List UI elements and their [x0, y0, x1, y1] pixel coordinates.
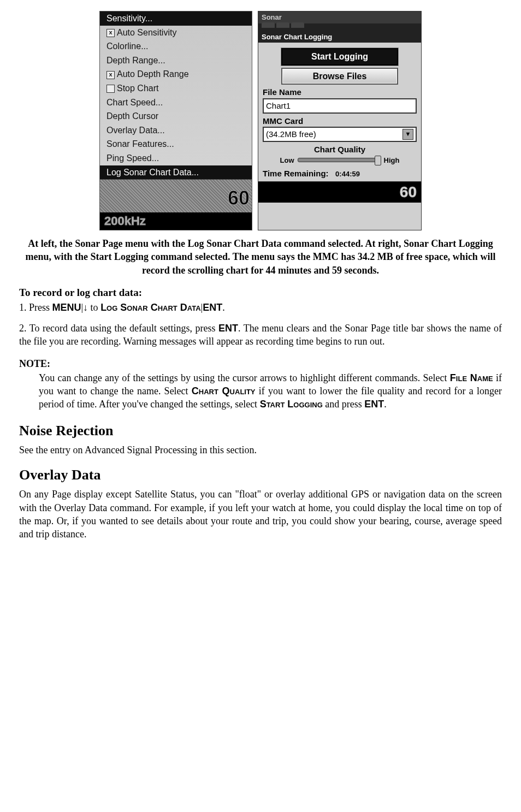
slider-thumb[interactable]: [375, 156, 381, 165]
step-2: 2. To record data using the default sett…: [19, 322, 502, 348]
text: You can change any of the settings by us…: [39, 372, 450, 383]
menu-label: Colorline...: [106, 42, 148, 51]
overlay-paragraph: On any Page display except Satellite Sta…: [19, 488, 502, 541]
menu-label: Ping Speed...: [106, 153, 159, 163]
figure-caption: At left, the Sonar Page menu with the Lo…: [19, 237, 502, 277]
text: and press: [323, 399, 364, 410]
text: 2. To record data using the default sett…: [19, 323, 218, 334]
dialog-subtitle: Sonar Chart Logging: [258, 31, 421, 43]
menu-item-log-sonar-chart-data[interactable]: Log Sonar Chart Data...: [100, 165, 252, 180]
step-1: 1. Press MENU|↓ to Log Sonar Chart Data|…: [19, 301, 502, 314]
file-name-label: File Name: [263, 87, 417, 98]
file-name-input[interactable]: Chart1: [263, 98, 417, 114]
frequency-label: 200kHz: [104, 213, 146, 229]
noise-paragraph: See the entry on Advanced Signal Process…: [19, 443, 502, 457]
menu-item-auto-depth-range[interactable]: xAuto Depth Range: [100, 67, 252, 81]
checkbox-icon: x: [106, 71, 115, 79]
menu-label: Auto Sensitivity: [117, 28, 176, 37]
menu-item-ping-speed[interactable]: Ping Speed...: [100, 151, 252, 165]
cmd-log-sonar-chart-data: Log Sonar Chart Data: [100, 302, 200, 313]
menu-label: Stop Chart: [117, 84, 158, 93]
note-body: You can change any of the settings by us…: [39, 371, 502, 411]
menu-item-colorline[interactable]: Colorline...: [100, 39, 252, 54]
menu-item-depth-range[interactable]: Depth Range...: [100, 54, 252, 68]
time-value: 0:44:59: [335, 170, 360, 178]
menu-label: Sonar Features...: [106, 139, 174, 149]
text: |↓ to: [81, 302, 101, 313]
tab-strip: [258, 23, 421, 31]
menu-footer: 200kHz: [100, 212, 252, 230]
heading-noise-rejection: Noise Rejection: [19, 421, 502, 440]
menu-item-depth-cursor[interactable]: Depth Cursor: [100, 109, 252, 123]
depth-readout: 60: [228, 185, 250, 212]
start-logging-button[interactable]: Start Logging: [281, 48, 398, 66]
mmc-card-label: MMC Card: [263, 116, 417, 127]
slider-low-label: Low: [280, 156, 294, 165]
key-menu: MENU: [52, 302, 81, 313]
slider-track[interactable]: [298, 158, 381, 162]
menu-label: Overlay Data...: [106, 126, 165, 135]
menu-item-overlay-data[interactable]: Overlay Data...: [100, 123, 252, 138]
menu-label: Auto Depth Range: [117, 69, 189, 79]
menu-item-stop-chart[interactable]: Stop Chart: [100, 81, 252, 96]
chart-quality-slider[interactable]: Low High: [263, 156, 417, 165]
chart-quality-label: Chart Quality: [263, 144, 417, 155]
text: 1. Press: [19, 302, 52, 313]
dialog-title: Sonar: [258, 11, 421, 23]
sonar-texture: 60: [100, 179, 252, 212]
cmd-chart-quality: Chart Quality: [192, 386, 256, 396]
menu-label: Depth Range...: [106, 56, 165, 65]
mmc-card-value: (34.2MB free): [266, 129, 316, 140]
time-label: Time Remaining:: [263, 169, 329, 178]
key-ent: ENT: [203, 302, 222, 313]
mmc-card-select[interactable]: (34.2MB free) ▼: [263, 127, 417, 142]
key-ent: ENT: [364, 399, 384, 410]
text: .: [222, 302, 225, 313]
menu-label: Log Sonar Chart Data...: [106, 168, 199, 177]
checkbox-icon: x: [106, 29, 115, 37]
sonar-chart-logging-dialog: Sonar Sonar Chart Logging Start Logging …: [258, 11, 422, 230]
screenshot-pair: Sensitivity... xAuto Sensitivity Colorli…: [19, 11, 502, 230]
note-heading: NOTE:: [19, 357, 502, 370]
sonar-page-menu: Sensitivity... xAuto Sensitivity Colorli…: [99, 11, 252, 230]
cmd-file-name: File Name: [450, 372, 493, 383]
procedure-heading: To record or log chart data:: [19, 286, 502, 300]
menu-item-chart-speed[interactable]: Chart Speed...: [100, 96, 252, 110]
key-ent: ENT: [218, 323, 238, 334]
heading-overlay-data: Overlay Data: [19, 465, 502, 484]
menu-label: Chart Speed...: [106, 98, 163, 107]
time-remaining: Time Remaining: 0:44:59: [263, 168, 417, 179]
chevron-down-icon: ▼: [402, 129, 413, 140]
menu-item-sensitivity[interactable]: Sensitivity...: [100, 11, 252, 26]
menu-item-sonar-features[interactable]: Sonar Features...: [100, 137, 252, 151]
menu-item-auto-sensitivity[interactable]: xAuto Sensitivity: [100, 26, 252, 40]
checkbox-icon: [106, 85, 115, 93]
browse-files-button[interactable]: Browse Files: [281, 68, 398, 85]
menu-label: Sensitivity...: [106, 14, 152, 23]
dialog-footer: 60: [258, 181, 421, 203]
menu-label: Depth Cursor: [106, 111, 158, 121]
slider-high-label: High: [384, 156, 400, 165]
text: .: [384, 399, 387, 410]
cmd-start-logging: Start Logging: [260, 399, 323, 410]
